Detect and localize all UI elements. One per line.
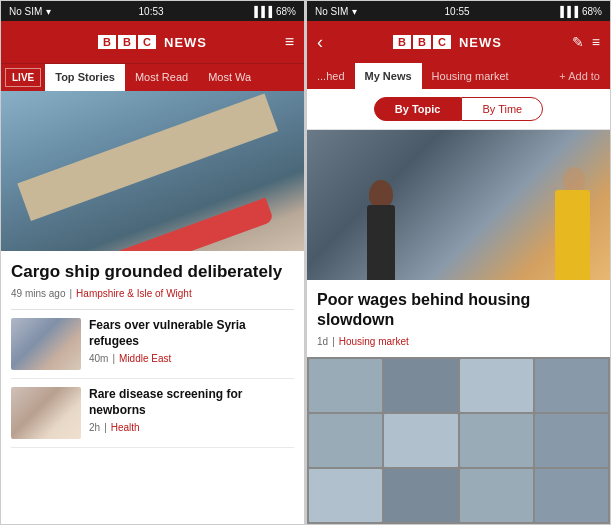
news-item-2[interactable]: Rare disease screening for newborns 2h |… <box>11 379 294 448</box>
time-left: 10:53 <box>139 6 164 17</box>
tab-my-news[interactable]: My News <box>355 63 422 89</box>
right-category: Housing market <box>339 336 409 347</box>
news-item-2-meta: 2h | Health <box>89 422 294 433</box>
bbc-news-label-left: NEWS <box>164 35 207 50</box>
bbc-header-left: B B C NEWS ≡ <box>1 21 304 63</box>
menu-icon-right[interactable]: ≡ <box>592 34 600 50</box>
grid-cell-8 <box>535 414 608 467</box>
status-right-right: ▐▐▐ 68% <box>557 6 602 17</box>
bottom-estate-image <box>307 357 610 524</box>
news-list-left: Fears over vulnerable Syria refugees 40m… <box>11 309 294 448</box>
grid-cell-1 <box>309 359 382 412</box>
news-item-1-content: Fears over vulnerable Syria refugees 40m… <box>89 318 294 364</box>
toggle-by-time[interactable]: By Time <box>461 97 543 121</box>
status-left-right: No SIM ▾ <box>315 6 357 17</box>
news-item-2-sep: | <box>104 422 107 433</box>
right-headline: Poor wages behind housing slowdown <box>317 290 600 330</box>
nav-tabs-right: ...hed My News Housing market + Add to <box>307 63 610 89</box>
battery-left: 68% <box>276 6 296 17</box>
grid-cell-11 <box>460 469 533 522</box>
carrier-right: No SIM <box>315 6 348 17</box>
wifi-left: ▾ <box>46 6 51 17</box>
signal-icon-left: ▐▐▐ <box>251 6 272 17</box>
grid-cell-12 <box>535 469 608 522</box>
dark-figure <box>367 180 397 280</box>
tab-live-left[interactable]: LIVE <box>5 68 41 87</box>
grid-cell-9 <box>309 469 382 522</box>
tab-housing-market[interactable]: Housing market <box>422 63 519 89</box>
news-item-1[interactable]: Fears over vulnerable Syria refugees 40m… <box>11 310 294 379</box>
news-item-1-category: Middle East <box>119 353 171 364</box>
ship-image <box>1 91 304 251</box>
article-headline-left: Cargo ship grounded deliberately <box>11 261 294 282</box>
bbc-b2-left: B <box>118 35 136 49</box>
news-item-2-title: Rare disease screening for newborns <box>89 387 294 418</box>
tab-shed[interactable]: ...hed <box>307 63 355 89</box>
thumb-disease-img <box>11 387 81 439</box>
bbc-boxes-left: B B C <box>98 35 156 49</box>
bbc-b2-right: B <box>413 35 431 49</box>
woman-body <box>555 190 590 280</box>
tab-top-stories-left[interactable]: Top Stories <box>45 64 125 91</box>
thumb-syria-img <box>11 318 81 370</box>
toggle-bar: By Topic By Time <box>307 89 610 130</box>
menu-icon-left[interactable]: ≡ <box>285 33 294 51</box>
article-time-left: 49 mins ago <box>11 288 65 299</box>
tab-most-read-left[interactable]: Most Read <box>125 64 198 91</box>
status-right-left: ▐▐▐ 68% <box>251 6 296 17</box>
bbc-b1-left: B <box>98 35 116 49</box>
hero-image-right <box>307 130 610 280</box>
yellow-figure <box>540 160 590 280</box>
time-right: 10:55 <box>445 6 470 17</box>
wifi-right: ▾ <box>352 6 357 17</box>
grid-cell-10 <box>384 469 457 522</box>
right-time: 1d <box>317 336 328 347</box>
news-item-2-category: Health <box>111 422 140 433</box>
article-meta-left: 49 mins ago | Hampshire & Isle of Wight <box>11 288 294 299</box>
signal-icon-right: ▐▐▐ <box>557 6 578 17</box>
news-item-1-title: Fears over vulnerable Syria refugees <box>89 318 294 349</box>
thumb-disease <box>11 387 81 439</box>
back-button[interactable]: ‹ <box>317 32 323 53</box>
left-phone: No SIM ▾ 10:53 ▐▐▐ 68% B B C NEWS ≡ LIVE… <box>0 0 305 525</box>
right-meta: 1d | Housing market <box>317 336 600 347</box>
toggle-by-topic[interactable]: By Topic <box>374 97 462 121</box>
ship-shape <box>11 141 294 221</box>
status-left: No SIM ▾ <box>9 6 51 17</box>
ship-body <box>17 93 278 221</box>
grid-cell-6 <box>384 414 457 467</box>
edit-icon[interactable]: ✎ <box>572 34 584 50</box>
nav-tabs-left: LIVE Top Stories Most Read Most Wa <box>1 63 304 91</box>
bbc-logo-left: B B C NEWS <box>98 35 207 50</box>
grid-cell-3 <box>460 359 533 412</box>
hero-image-left <box>1 91 304 251</box>
bbc-c-left: C <box>138 35 156 49</box>
carrier-left: No SIM <box>9 6 42 17</box>
bbc-b1-right: B <box>393 35 411 49</box>
status-bar-left: No SIM ▾ 10:53 ▐▐▐ 68% <box>1 1 304 21</box>
news-item-1-sep: | <box>112 353 115 364</box>
grid-cell-4 <box>535 359 608 412</box>
right-article: Poor wages behind housing slowdown 1d | … <box>307 280 610 357</box>
bbc-header-right: ‹ B B C NEWS ✎ ≡ <box>307 21 610 63</box>
battery-right: 68% <box>582 6 602 17</box>
estate-grid <box>307 357 610 524</box>
status-bar-right: No SIM ▾ 10:55 ▐▐▐ 68% <box>307 1 610 21</box>
bbc-logo-right: B B C NEWS <box>331 35 564 50</box>
article-sep-left: | <box>69 288 72 299</box>
article-content-left: Cargo ship grounded deliberately 49 mins… <box>1 251 304 524</box>
estate-image <box>307 130 610 280</box>
tab-most-watched-left[interactable]: Most Wa <box>198 64 261 91</box>
bbc-boxes-right: B B C <box>393 35 451 49</box>
grid-cell-7 <box>460 414 533 467</box>
thumb-syria <box>11 318 81 370</box>
article-location-left: Hampshire & Isle of Wight <box>76 288 192 299</box>
news-item-2-content: Rare disease screening for newborns 2h |… <box>89 387 294 433</box>
tab-add-to[interactable]: + Add to <box>549 63 610 89</box>
grid-cell-5 <box>309 414 382 467</box>
news-item-1-meta: 40m | Middle East <box>89 353 294 364</box>
news-item-1-time: 40m <box>89 353 108 364</box>
right-sep: | <box>332 336 335 347</box>
bbc-news-label-right: NEWS <box>459 35 502 50</box>
dark-body <box>367 205 395 280</box>
